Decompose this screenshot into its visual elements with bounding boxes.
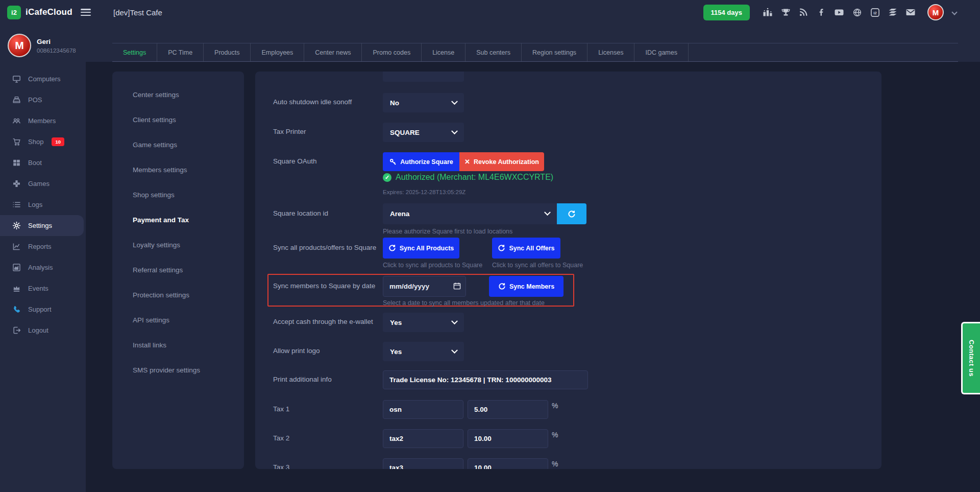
cart-icon <box>12 137 21 146</box>
tax-printer-select[interactable]: SQUARE <box>383 123 464 142</box>
tax2-rate-input[interactable] <box>468 429 548 448</box>
tab-center-news[interactable]: Center news <box>304 43 362 61</box>
subnav-api-settings[interactable]: API settings <box>112 308 244 333</box>
sync-members-button[interactable]: Sync Members <box>489 276 564 297</box>
sidebar-item-games[interactable]: Games <box>0 173 86 194</box>
sidebar-item-settings[interactable]: Settings <box>0 215 84 236</box>
sidebar-item-support[interactable]: Support <box>0 299 86 320</box>
windows-icon <box>12 158 21 167</box>
tabs-bar: Settings PC Time Products Employees Cent… <box>86 25 980 62</box>
revoke-authorization-button[interactable]: ✕ Revoke Authorization <box>459 152 544 171</box>
tab-pc-time[interactable]: PC Time <box>157 43 204 61</box>
ranking-icon[interactable] <box>763 7 773 17</box>
tax1-name-input[interactable] <box>383 400 463 419</box>
mail-icon[interactable] <box>905 7 916 17</box>
sidebar-item-events[interactable]: Events <box>0 278 86 299</box>
subnav-payment-and-tax[interactable]: Payment and Tax <box>112 207 244 232</box>
subnav-client-settings[interactable]: Client settings <box>112 107 244 132</box>
sidebar-item-reports[interactable]: Reports <box>0 236 86 257</box>
subnav-loyalty-settings[interactable]: Loyalty settings <box>112 232 244 257</box>
rss-icon[interactable] <box>798 7 808 17</box>
content-area: Center settings Client settings Game set… <box>86 62 980 492</box>
cut-off-input[interactable] <box>383 72 464 82</box>
sidebar-item-logout[interactable]: Logout <box>0 320 86 341</box>
subnav-game-settings[interactable]: Game settings <box>112 132 244 157</box>
sidebar-item-analysis[interactable]: Analysis <box>0 257 86 278</box>
user-name: Geri <box>37 38 76 45</box>
user-avatar[interactable]: M <box>927 4 944 20</box>
subnav-shop-settings[interactable]: Shop settings <box>112 182 244 207</box>
youtube-icon[interactable] <box>834 7 844 17</box>
sync-all-products-button[interactable]: Sync All Products <box>383 238 459 259</box>
tab-promo-codes[interactable]: Promo codes <box>362 43 422 61</box>
check-icon: ✓ <box>383 173 391 182</box>
subnav-sms-provider-settings[interactable]: SMS provider settings <box>112 358 244 383</box>
allow-print-logo-label: Allow print logo <box>273 346 320 356</box>
refresh-icon <box>498 283 506 290</box>
calendar-icon[interactable] <box>453 282 461 290</box>
tax2-name-input[interactable] <box>383 429 463 448</box>
subnav-members-settings[interactable]: Members settings <box>112 157 244 182</box>
crown-icon <box>12 284 21 293</box>
chevron-down-icon <box>544 209 551 216</box>
sidebar-avatar: M <box>8 34 31 57</box>
sidebar-item-computers[interactable]: Computers <box>0 68 86 89</box>
tax1-rate-input[interactable] <box>468 400 548 419</box>
square-location-select[interactable]: Arena <box>383 203 557 224</box>
print-additional-info-label: Print additional info <box>273 375 332 384</box>
sidebar-item-shop[interactable]: Shop 10 <box>0 131 86 152</box>
sync-members-helper: Select a date to sync all members update… <box>383 299 545 307</box>
facebook-icon[interactable] <box>816 7 826 17</box>
license-days-badge[interactable]: 1154 days <box>703 5 750 20</box>
settings-subnav: Center settings Client settings Game set… <box>112 72 244 469</box>
app-root: i2 iCafeCloud [dev]Test Cafe 1154 days <box>0 0 980 492</box>
tabs: Settings PC Time Products Employees Cent… <box>112 43 958 62</box>
trophy-icon[interactable] <box>780 7 791 17</box>
tab-settings[interactable]: Settings <box>112 43 157 61</box>
list-icon <box>12 200 21 209</box>
layers-icon[interactable] <box>888 7 898 17</box>
tab-employees[interactable]: Employees <box>251 43 304 61</box>
members-icon <box>12 116 21 125</box>
payment-tax-form: Auto shutdown idle sonoff No Tax Printer… <box>255 72 881 469</box>
globe-icon[interactable] <box>852 7 862 17</box>
topbar-right: 1154 days i2 <box>703 4 980 20</box>
contact-us-button[interactable]: Contact us <box>961 322 980 394</box>
authorize-square-button[interactable]: Authorize Square <box>383 152 459 171</box>
tab-idc-games[interactable]: IDC games <box>634 43 689 61</box>
tab-region-settings[interactable]: Region settings <box>522 43 587 61</box>
logo[interactable]: i2 iCafeCloud <box>0 6 79 19</box>
sidebar-item-logs[interactable]: Logs <box>0 194 86 215</box>
gamepad-icon <box>12 179 21 188</box>
subnav-center-settings[interactable]: Center settings <box>112 82 244 107</box>
reload-locations-button[interactable] <box>557 203 586 224</box>
sidebar-item-pos[interactable]: POS <box>0 89 86 110</box>
allow-print-logo-select[interactable]: Yes <box>383 342 464 361</box>
square-location-helper: Please authorize Square first to load lo… <box>383 228 512 235</box>
tax3-name-input[interactable] <box>383 458 463 469</box>
avatar-dropdown-chevron-icon[interactable] <box>951 9 957 15</box>
sidebar: M Geri 008612345678 Computers POS Member… <box>0 25 86 492</box>
subnav-install-links[interactable]: Install links <box>112 333 244 358</box>
subnav-referral-settings[interactable]: Referral settings <box>112 257 244 283</box>
tab-licenses[interactable]: Licenses <box>587 43 634 61</box>
chevron-down-icon <box>451 98 458 105</box>
tab-sub-centers[interactable]: Sub centers <box>465 43 522 61</box>
tax3-rate-input[interactable] <box>468 458 548 469</box>
page-title: [dev]Test Cafe <box>113 8 162 17</box>
line-chart-icon <box>12 242 21 251</box>
sync-all-offers-button[interactable]: Sync All Offers <box>492 238 560 259</box>
tab-license[interactable]: License <box>422 43 465 61</box>
accept-cash-label: Accept cash through the e-wallet <box>273 317 373 326</box>
icafe-logo-icon[interactable]: i2 <box>870 7 880 17</box>
subnav-protection-settings[interactable]: Protection settings <box>112 283 244 308</box>
hamburger-menu-icon[interactable] <box>81 9 91 16</box>
svg-text:i2: i2 <box>873 10 877 15</box>
auto-shutdown-select[interactable]: No <box>383 93 464 112</box>
accept-cash-select[interactable]: Yes <box>383 313 464 332</box>
sidebar-user-block[interactable]: M Geri 008612345678 <box>0 25 86 64</box>
sidebar-item-members[interactable]: Members <box>0 110 86 131</box>
tab-products[interactable]: Products <box>204 43 251 61</box>
sidebar-item-boot[interactable]: Boot <box>0 152 86 173</box>
print-additional-info-input[interactable] <box>383 370 588 389</box>
